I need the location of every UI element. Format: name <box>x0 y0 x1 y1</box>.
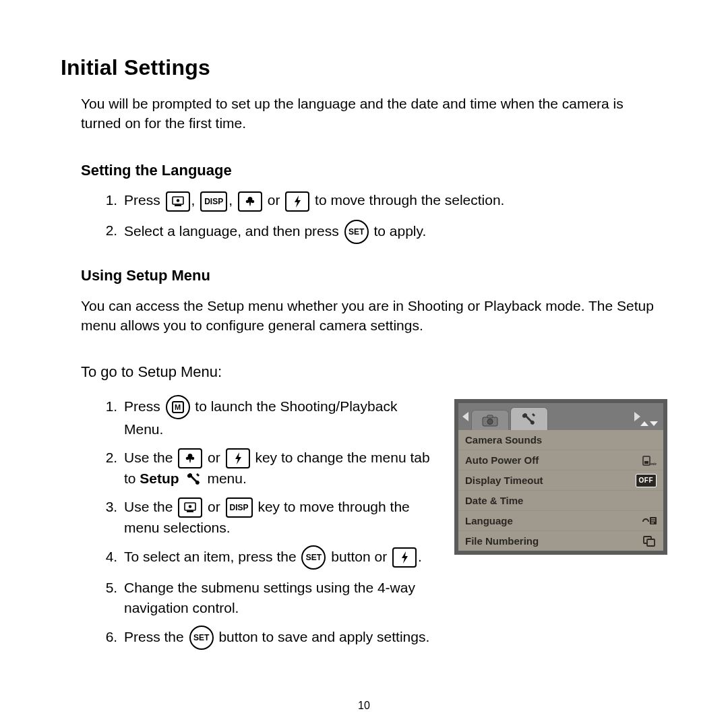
lcd-item-label: Auto Power Off <box>465 453 539 467</box>
macro-button-icon <box>238 191 262 212</box>
menu-button-icon: M <box>166 395 190 419</box>
playback-button-icon <box>166 191 190 212</box>
svg-rect-14 <box>651 520 655 522</box>
svg-point-8 <box>487 419 493 424</box>
setup-step-2: Use the or key to change the menu tab to… <box>121 448 438 489</box>
setup-subheading: To go to Setup Menu: <box>81 362 667 383</box>
section-heading-setup: Using Setup Menu <box>81 266 667 286</box>
disp-button-icon: DISP <box>226 497 253 518</box>
lcd-item-value-icon <box>642 515 657 527</box>
setup-intro: You can access the Setup menu whether yo… <box>81 296 667 336</box>
lcd-menu-item: File Numbering <box>458 531 663 551</box>
svg-rect-17 <box>647 539 655 546</box>
lcd-menu-item: Language <box>458 511 663 531</box>
tab-right-arrow-icon <box>634 412 640 421</box>
svg-rect-15 <box>651 522 654 524</box>
flash-button-icon <box>392 547 417 568</box>
set-button-icon: SET <box>301 545 326 570</box>
setup-step-1: Press M to launch the Shooting/Playback … <box>121 395 438 439</box>
lcd-menu-item: Display TimeoutOFF <box>458 471 663 491</box>
lcd-item-label: Date & Time <box>465 493 523 508</box>
tab-setup <box>510 407 548 430</box>
svg-rect-2 <box>175 204 181 206</box>
svg-text:min: min <box>650 462 657 466</box>
lcd-item-label: Camera Sounds <box>465 433 542 447</box>
lcd-item-label: Display Timeout <box>465 473 543 487</box>
svg-point-1 <box>176 199 179 202</box>
setup-menu-screenshot: Camera SoundsAuto Power OffminDisplay Ti… <box>454 399 667 555</box>
lcd-item-value: OFF <box>636 474 657 487</box>
page-title: Initial Settings <box>61 53 667 83</box>
intro-text: You will be prompted to set up the langu… <box>81 94 667 133</box>
svg-rect-5 <box>187 510 193 512</box>
lcd-menu-item: Auto Power Offmin <box>458 450 663 471</box>
lcd-item-value-icon: min <box>642 454 657 466</box>
scroll-up-icon <box>640 421 648 426</box>
svg-point-4 <box>189 505 191 508</box>
page-number: 10 <box>0 698 728 713</box>
lang-step-1: Press , DISP, or to move through the sel… <box>121 190 667 211</box>
setup-step-5: Change the submenu settings using the 4-… <box>121 578 438 617</box>
flash-button-icon <box>285 191 309 212</box>
tab-left-arrow-icon <box>462 412 468 421</box>
svg-rect-9 <box>643 456 650 465</box>
tab-camera <box>471 410 509 430</box>
svg-rect-10 <box>644 461 648 464</box>
lcd-item-label: Language <box>465 514 513 528</box>
flash-button-icon <box>226 448 250 468</box>
disp-button-icon: DISP <box>200 191 227 212</box>
lang-step-2: Select a language, and then press SET to… <box>121 220 667 244</box>
svg-rect-13 <box>651 518 655 520</box>
svg-rect-7 <box>487 415 493 418</box>
set-button-icon: SET <box>344 220 369 244</box>
lcd-item-label: File Numbering <box>465 534 539 548</box>
scroll-down-icon <box>650 421 658 426</box>
language-steps: Press , DISP, or to move through the sel… <box>102 190 667 243</box>
lcd-tab-bar <box>458 403 663 430</box>
lcd-item-value-icon <box>642 535 657 547</box>
setup-step-6: Press the SET button to save and apply s… <box>121 626 438 650</box>
set-button-icon: SET <box>189 626 214 650</box>
lcd-menu-item: Camera Sounds <box>458 430 663 450</box>
setup-wrench-icon <box>185 471 202 489</box>
setup-steps: Press M to launch the Shooting/Playback … <box>102 395 438 658</box>
playback-button-icon <box>178 497 202 518</box>
setup-step-3: Use the or DISP key to move through the … <box>121 497 438 538</box>
section-heading-language: Setting the Language <box>81 160 667 181</box>
macro-button-icon <box>178 448 202 468</box>
lcd-menu-item: Date & Time <box>458 491 663 511</box>
setup-step-4: To select an item, press the SET button … <box>121 545 438 570</box>
